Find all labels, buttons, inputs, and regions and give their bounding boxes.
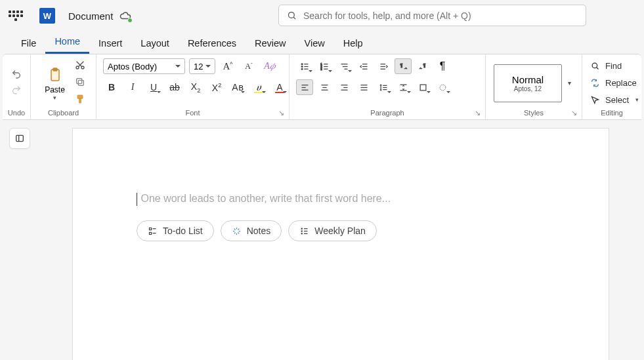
styles-dialog-launcher[interactable]: ↘ (571, 109, 579, 117)
shrink-font-button[interactable]: Aˇ (240, 58, 257, 74)
bold-button[interactable]: B (103, 79, 120, 95)
decrease-indent-button[interactable] (355, 58, 372, 74)
svg-rect-3 (53, 68, 57, 71)
font-size-select[interactable]: 12 (189, 58, 215, 74)
replace-button[interactable]: Replace (590, 75, 637, 90)
svg-point-64 (301, 233, 302, 233)
search-icon (287, 10, 297, 20)
svg-rect-9 (76, 78, 81, 83)
increase-indent-button[interactable] (375, 58, 392, 74)
font-dialog-launcher[interactable]: ↘ (278, 109, 286, 117)
svg-text:¶: ¶ (400, 63, 402, 68)
cut-icon[interactable] (74, 58, 87, 71)
placeholder-text: One word leads to another, write that fi… (140, 193, 391, 204)
search-box[interactable] (278, 5, 586, 26)
underline-button[interactable]: U (145, 79, 162, 95)
chip-notes[interactable]: Notes (221, 220, 282, 241)
tab-references[interactable]: References (179, 34, 246, 54)
group-label-editing: Editing (582, 109, 641, 119)
tab-help[interactable]: Help (334, 34, 372, 54)
svg-rect-10 (77, 95, 83, 98)
document-title[interactable]: Document (68, 10, 113, 22)
document-page[interactable]: One word leads to another, write that fi… (72, 128, 609, 360)
ribbon-tabs: File Home Insert Layout References Revie… (0, 31, 644, 54)
numbering-button[interactable]: 123 (316, 58, 333, 74)
copy-icon[interactable] (74, 75, 87, 89)
style-sub-label: Aptos, 12 (514, 85, 542, 92)
tab-home[interactable]: Home (45, 32, 89, 54)
ribbon: Undo Paste ▾ Clipboard Aptos (Body) 12 A… (3, 54, 641, 120)
group-label-font: Font (97, 109, 289, 119)
tab-insert[interactable]: Insert (89, 34, 131, 54)
paste-button[interactable]: Paste ▾ (41, 63, 70, 101)
undo-icon[interactable] (11, 69, 22, 79)
clear-formatting-button[interactable]: A𝜙 (261, 58, 278, 74)
svg-point-13 (301, 66, 303, 67)
strikethrough-button[interactable]: ab (166, 79, 183, 95)
chip-todo-list[interactable]: To-do List (137, 220, 214, 241)
svg-rect-59 (150, 232, 152, 234)
text-cursor (137, 193, 137, 206)
line-spacing-button[interactable] (375, 79, 392, 95)
paragraph-spacing-button[interactable] (395, 79, 412, 95)
search-icon (590, 61, 600, 71)
subscript-button[interactable]: X2 (187, 79, 204, 95)
tab-layout[interactable]: Layout (131, 34, 179, 54)
highlight-button[interactable]: ሀ (250, 79, 267, 95)
italic-button[interactable]: I (124, 79, 141, 95)
svg-line-55 (597, 67, 599, 69)
borders-button[interactable] (414, 79, 431, 95)
bullets-button[interactable] (296, 58, 313, 74)
align-left-button[interactable] (296, 79, 313, 95)
font-color-button[interactable]: A (271, 79, 288, 95)
ltr-text-direction-button[interactable]: ¶ (395, 58, 412, 74)
align-right-button[interactable] (335, 79, 353, 95)
group-label-clipboard: Clipboard (31, 109, 96, 119)
svg-point-53 (440, 85, 446, 90)
rtl-text-direction-button[interactable]: ¶ (414, 58, 431, 74)
word-app-icon: W (39, 8, 55, 24)
cursor-icon (590, 95, 600, 105)
list-icon (148, 226, 158, 236)
superscript-button[interactable]: X2 (208, 79, 225, 95)
svg-point-62 (301, 228, 302, 229)
replace-icon (590, 78, 600, 88)
tab-review[interactable]: Review (246, 34, 295, 54)
tab-view[interactable]: View (295, 34, 334, 54)
svg-point-0 (289, 12, 295, 18)
paste-label: Paste (45, 85, 65, 94)
grow-font-button[interactable]: A^ (219, 58, 236, 74)
svg-line-1 (293, 17, 295, 19)
svg-rect-11 (79, 98, 81, 103)
panel-icon (14, 133, 25, 144)
shading-button[interactable] (434, 79, 451, 95)
group-label-undo: Undo (3, 109, 30, 119)
task-list-icon (299, 226, 309, 236)
change-case-button[interactable]: Aʙ (229, 79, 246, 95)
show-paragraph-marks-button[interactable]: ¶ (434, 58, 451, 74)
style-name-label: Normal (512, 74, 544, 85)
group-label-paragraph: Paragraph (290, 109, 485, 119)
align-center-button[interactable] (316, 79, 333, 95)
redo-icon[interactable] (11, 85, 22, 95)
format-painter-icon[interactable] (74, 92, 87, 106)
style-normal[interactable]: Normal Aptos, 12 (494, 64, 562, 102)
navigation-pane-toggle[interactable] (9, 128, 30, 149)
cloud-sync-icon[interactable] (119, 10, 131, 22)
svg-rect-8 (78, 80, 83, 85)
select-button[interactable]: Select▾ (590, 92, 639, 107)
paragraph-dialog-launcher[interactable]: ↘ (475, 109, 483, 117)
search-input[interactable] (303, 10, 578, 21)
font-name-select[interactable]: Aptos (Body) (103, 58, 185, 74)
chevron-down-icon: ▾ (53, 94, 56, 101)
multilevel-list-button[interactable] (335, 58, 353, 74)
svg-point-12 (301, 63, 303, 64)
svg-rect-58 (150, 228, 152, 230)
styles-gallery-expand[interactable]: ▾ (565, 70, 574, 96)
svg-point-14 (301, 68, 303, 70)
find-button[interactable]: Find (590, 58, 622, 73)
chip-weekly-plan[interactable]: Weekly Plan (288, 220, 377, 241)
justify-button[interactable] (355, 79, 372, 95)
app-launcher-icon[interactable] (8, 8, 24, 24)
tab-file[interactable]: File (12, 34, 45, 54)
